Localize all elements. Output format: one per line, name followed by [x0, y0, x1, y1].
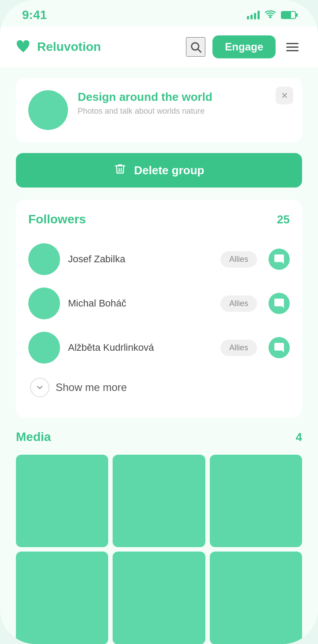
show-more-button[interactable]: Show me more	[28, 370, 129, 405]
logo-text: Reluvotion	[37, 40, 101, 54]
follower-item: Michal Boháč Allies	[28, 281, 290, 326]
phone-frame: 9:41	[0, 0, 318, 644]
media-section: Media 4	[16, 430, 302, 644]
engage-button[interactable]: Engage	[212, 35, 276, 58]
battery-icon	[281, 11, 296, 19]
delete-group-label: Delete group	[134, 164, 204, 177]
delete-group-button[interactable]: Delete group	[16, 153, 302, 188]
group-description: Photos and talk about worlds nature	[78, 107, 290, 116]
trash-icon	[114, 163, 126, 178]
follower-name: Alžběta Kudrlinková	[68, 342, 212, 353]
media-thumbnail[interactable]	[210, 552, 302, 644]
allies-badge-button[interactable]: Allies	[220, 251, 257, 268]
chat-icon	[273, 342, 285, 353]
status-bar: 9:41	[0, 0, 318, 27]
logo-heart-icon	[16, 39, 32, 55]
followers-header: Followers 25	[28, 212, 290, 226]
group-avatar	[28, 90, 68, 130]
chat-icon	[273, 298, 285, 309]
hamburger-icon	[286, 43, 299, 51]
close-group-button[interactable]: ✕	[276, 87, 293, 104]
navbar: Reluvotion Engage	[0, 27, 318, 67]
media-thumbnail[interactable]	[210, 455, 302, 547]
media-title: Media	[16, 430, 51, 444]
svg-line-2	[198, 49, 201, 52]
media-thumbnail[interactable]	[16, 552, 108, 644]
show-more-label: Show me more	[56, 381, 127, 394]
allies-badge-button[interactable]: Allies	[220, 340, 257, 356]
follower-item: Alžběta Kudrlinková Allies	[28, 326, 290, 370]
chat-icon	[273, 253, 285, 265]
avatar	[28, 332, 60, 364]
followers-title: Followers	[28, 212, 86, 226]
avatar	[28, 288, 60, 319]
media-thumbnail[interactable]	[16, 455, 108, 547]
message-button[interactable]	[269, 249, 290, 270]
avatar	[28, 243, 60, 275]
status-time: 9:41	[22, 8, 47, 22]
chevron-down-icon	[30, 378, 49, 397]
media-thumbnail[interactable]	[113, 455, 205, 547]
svg-point-0	[270, 16, 271, 18]
menu-button[interactable]	[283, 37, 302, 57]
group-name: Design around the world	[78, 90, 290, 104]
follower-name: Michal Boháč	[68, 298, 212, 309]
main-content: Design around the world Photos and talk …	[0, 78, 318, 644]
signal-bars-icon	[247, 11, 260, 19]
status-icons	[247, 10, 296, 20]
media-grid	[16, 455, 302, 644]
phone-content: Reluvotion Engage	[0, 27, 318, 644]
media-thumbnail[interactable]	[113, 552, 205, 644]
search-button[interactable]	[186, 37, 205, 57]
group-card: Design around the world Photos and talk …	[16, 78, 302, 142]
followers-count: 25	[277, 213, 290, 226]
followers-section: Followers 25 Josef Zabilka Allies	[16, 200, 302, 418]
message-button[interactable]	[269, 337, 290, 358]
logo-area: Reluvotion	[16, 39, 179, 55]
group-info: Design around the world Photos and talk …	[78, 90, 290, 116]
media-count: 4	[296, 430, 302, 444]
message-button[interactable]	[269, 293, 290, 314]
allies-badge-button[interactable]: Allies	[220, 295, 257, 312]
media-header: Media 4	[16, 430, 302, 444]
follower-name: Josef Zabilka	[68, 253, 212, 265]
wifi-icon	[265, 10, 276, 20]
follower-item: Josef Zabilka Allies	[28, 237, 290, 281]
